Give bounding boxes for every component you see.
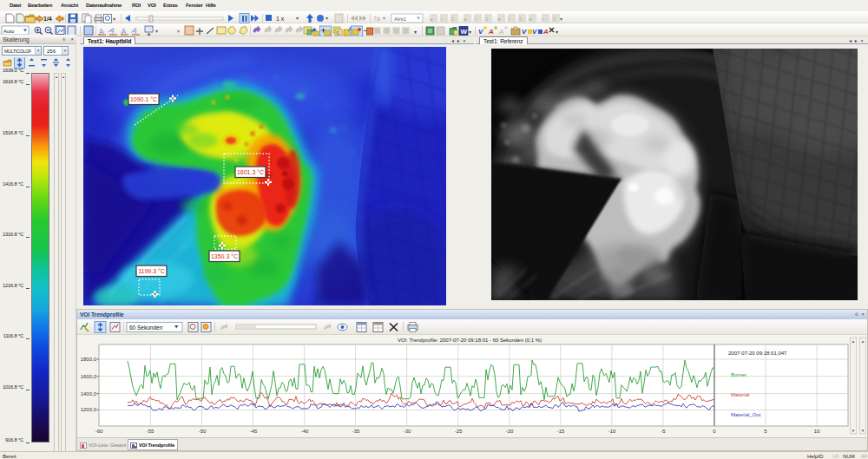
svg-text:1601.3 °C: 1601.3 °C xyxy=(237,169,264,175)
svg-text:1199.3 °C: 1199.3 °C xyxy=(138,268,165,274)
svg-text:-45: -45 xyxy=(250,429,258,434)
svg-text:-55: -55 xyxy=(147,429,155,434)
svg-text:A: A xyxy=(498,28,503,36)
svg-text:▸: ▸ xyxy=(431,16,433,22)
svg-text:≡: ≡ xyxy=(485,16,489,22)
svg-text:▾: ▾ xyxy=(560,16,562,22)
svg-text:≡: ≡ xyxy=(553,16,556,22)
svg-text:▾: ▾ xyxy=(469,30,471,35)
svg-text:1350.3 °C: 1350.3 °C xyxy=(211,253,238,259)
svg-text:2007-07-20 09:18:01,047: 2007-07-20 09:18:01,047 xyxy=(728,351,787,356)
svg-text:▸: ▸ xyxy=(498,16,501,22)
svg-text:V: V xyxy=(478,28,483,36)
svg-text:▼: ▼ xyxy=(861,429,865,433)
svg-text:▾: ▾ xyxy=(296,16,299,21)
svg-text:0: 0 xyxy=(713,429,716,434)
svg-text:10: 10 xyxy=(814,429,820,434)
svg-text:1/4: 1/4 xyxy=(43,16,52,22)
svg-text:A: A xyxy=(130,26,138,36)
svg-text:1090.1 °C: 1090.1 °C xyxy=(130,96,157,102)
svg-text:-50: -50 xyxy=(199,429,207,434)
svg-text:1200,0: 1200,0 xyxy=(81,407,97,412)
svg-text:1800,0: 1800,0 xyxy=(81,357,97,362)
svg-text:A: A xyxy=(107,25,115,36)
svg-text:-25: -25 xyxy=(455,429,463,434)
svg-text:▸: ▸ xyxy=(464,16,467,22)
svg-text:▼: ▼ xyxy=(852,429,855,433)
svg-text:-5: -5 xyxy=(661,429,666,434)
svg-text:1600,0: 1600,0 xyxy=(81,374,97,379)
svg-text:≡: ≡ xyxy=(519,16,523,22)
svg-text:A: A xyxy=(542,28,549,36)
svg-text:-35: -35 xyxy=(352,429,360,434)
svg-text:▾: ▾ xyxy=(155,29,158,34)
svg-text:W: W xyxy=(461,28,468,36)
svg-text:▾: ▾ xyxy=(177,29,180,34)
svg-text:▸: ▸ xyxy=(529,16,532,22)
svg-text:AVs1: AVs1 xyxy=(394,16,407,22)
svg-text:▾: ▾ xyxy=(383,16,385,21)
svg-text:▾: ▾ xyxy=(326,16,328,21)
svg-text:5: 5 xyxy=(764,429,767,434)
svg-text:-20: -20 xyxy=(506,429,514,434)
svg-text:V: V xyxy=(532,28,537,36)
svg-text:▲: ▲ xyxy=(852,339,855,344)
svg-text:Auto: Auto xyxy=(3,29,15,34)
svg-text:A: A xyxy=(96,27,105,37)
svg-text:V: V xyxy=(522,28,527,36)
svg-text:-30: -30 xyxy=(404,429,411,434)
svg-text:Burner: Burner xyxy=(731,372,746,377)
svg-text:▲: ▲ xyxy=(861,339,865,344)
svg-text:VOI: Trendprofile: 2007-07-20: VOI: Trendprofile: 2007-07-20 09:18:01 -… xyxy=(398,338,542,343)
svg-text:7a: 7a xyxy=(373,16,380,22)
svg-text:▾: ▾ xyxy=(556,30,558,35)
svg-text:-10: -10 xyxy=(608,429,616,434)
svg-text:60 Sekunden: 60 Sekunden xyxy=(129,325,163,331)
svg-text:1400,0: 1400,0 xyxy=(81,391,97,397)
svg-text:-15: -15 xyxy=(557,429,565,434)
svg-text:▾: ▾ xyxy=(414,30,417,35)
svg-text:A: A xyxy=(488,28,494,36)
svg-text:-60: -60 xyxy=(95,429,103,434)
svg-text:≡: ≡ xyxy=(451,16,455,22)
svg-text:S: S xyxy=(336,30,339,36)
svg-text:1 x: 1 x xyxy=(276,16,285,22)
svg-text:-40: -40 xyxy=(301,429,309,434)
svg-text:▾: ▾ xyxy=(113,16,115,22)
svg-text:Material: Material xyxy=(731,392,749,397)
svg-text:Material_Out: Material_Out xyxy=(731,412,761,417)
